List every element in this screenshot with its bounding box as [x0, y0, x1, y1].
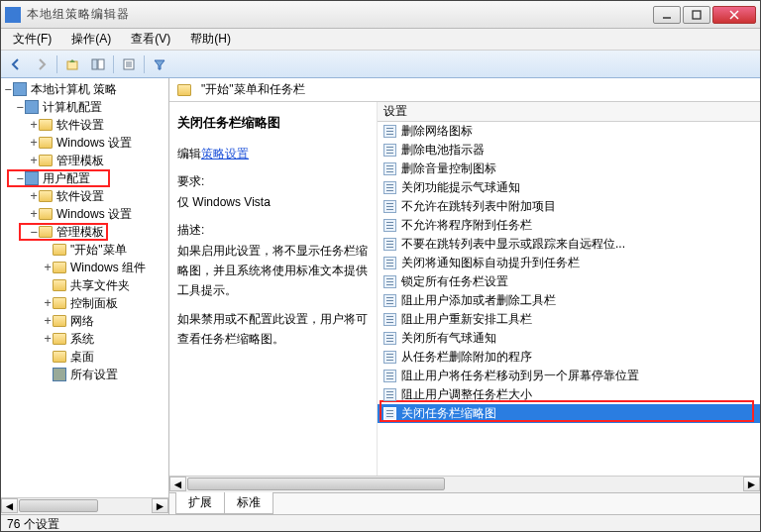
minimize-button[interactable] [653, 6, 681, 24]
scroll-left-button[interactable]: ◄ [169, 477, 186, 491]
separator [113, 55, 114, 73]
policy-icon [383, 332, 396, 345]
toolbar [1, 51, 760, 78]
up-button[interactable] [61, 53, 83, 75]
maximize-button[interactable] [683, 6, 710, 24]
tree-computer-config[interactable]: −计算机配置 [3, 98, 168, 116]
settings-list[interactable]: 删除网络图标删除电池指示器删除音量控制图标关闭功能提示气球通知不允许在跳转列表中… [378, 122, 760, 476]
tree-root[interactable]: −本地计算机 策略 [3, 80, 168, 98]
view-tabs: 扩展 标准 [169, 492, 760, 514]
policy-icon [383, 370, 396, 382]
selected-policy-title: 关闭任务栏缩略图 [177, 112, 369, 134]
policy-icon [383, 219, 396, 232]
window-title: 本地组策略编辑器 [27, 6, 653, 23]
edit-policy-link[interactable]: 策略设置 [201, 147, 249, 160]
policy-icon [383, 238, 396, 251]
list-item[interactable]: 不允许在跳转列表中附加项目 [378, 197, 760, 216]
scroll-right-button[interactable]: ► [743, 477, 760, 491]
content-header: "开始"菜单和任务栏 [169, 78, 760, 102]
separator [56, 55, 57, 73]
list-item[interactable]: 关闭所有气球通知 [378, 329, 760, 348]
scroll-thumb[interactable] [19, 499, 98, 512]
tree-item[interactable]: +Windows 组件 [3, 259, 168, 276]
list-item[interactable]: 不允许将程序附到任务栏 [378, 216, 760, 235]
svg-rect-6 [98, 59, 104, 69]
close-button[interactable] [712, 6, 756, 24]
tree-item[interactable]: +Windows 设置 [3, 134, 168, 152]
policy-icon [383, 257, 396, 269]
tree-item[interactable]: 共享文件夹 [3, 276, 168, 294]
list-item[interactable]: 不要在跳转列表中显示或跟踪来自远程位... [378, 235, 760, 254]
list-item[interactable]: 关闭功能提示气球通知 [378, 178, 760, 197]
list-item-label: 阻止用户将任务栏移动到另一个屏幕停靠位置 [401, 368, 639, 384]
list-item-label: 阻止用户调整任务栏大小 [401, 386, 532, 403]
list-item[interactable]: 阻止用户将任务栏移动到另一个屏幕停靠位置 [378, 367, 760, 385]
menu-help[interactable]: 帮助(H) [182, 29, 239, 50]
list-item-label: 删除音量控制图标 [401, 160, 496, 177]
scroll-thumb[interactable] [187, 478, 445, 490]
tree-user-config[interactable]: −用户配置 [3, 169, 168, 187]
show-hide-tree-button[interactable] [87, 53, 109, 75]
menu-file[interactable]: 文件(F) [5, 29, 59, 50]
list-item[interactable]: 从任务栏删除附加的程序 [378, 348, 760, 367]
policy-icon [383, 407, 396, 420]
list-item[interactable]: 删除音量控制图标 [378, 160, 760, 178]
tree-item[interactable]: +网络 [3, 312, 168, 330]
tree-item[interactable]: +控制面板 [3, 294, 168, 312]
column-header-setting[interactable]: 设置 [378, 102, 760, 122]
scroll-right-button[interactable]: ► [152, 498, 168, 513]
forward-button[interactable] [31, 53, 53, 75]
list-item-label: 关闭功能提示气球通知 [401, 179, 520, 196]
menu-bar: 文件(F) 操作(A) 查看(V) 帮助(H) [1, 29, 760, 51]
tree-pane[interactable]: −本地计算机 策略 −计算机配置 +软件设置 +Windows 设置 +管理模板… [1, 78, 169, 514]
tree-all-settings[interactable]: 所有设置 [3, 366, 168, 383]
back-button[interactable] [5, 53, 27, 75]
list-item[interactable]: 阻止用户重新安排工具栏 [378, 310, 760, 329]
policy-icon [383, 181, 396, 194]
list-item-label: 阻止用户添加或者删除工具栏 [401, 292, 556, 309]
properties-button[interactable] [118, 53, 140, 75]
list-item-label: 阻止用户重新安排工具栏 [401, 311, 532, 328]
filter-button[interactable] [149, 53, 170, 75]
policy-icon [383, 144, 396, 157]
menu-action[interactable]: 操作(A) [63, 29, 119, 50]
tab-standard[interactable]: 标准 [224, 492, 273, 514]
tree-item[interactable]: +系统 [3, 330, 168, 348]
list-item[interactable]: 删除网络图标 [378, 122, 760, 141]
svg-rect-4 [67, 61, 77, 69]
policy-icon [383, 351, 396, 364]
list-item[interactable]: 关闭任务栏缩略图 [378, 404, 760, 423]
tree-admin-templates[interactable]: −管理模板 [3, 223, 168, 241]
policy-icon [383, 200, 396, 213]
list-item-label: 不允许在跳转列表中附加项目 [401, 198, 556, 215]
description-pane: 关闭任务栏缩略图 编辑策略设置 要求:仅 Windows Vista 描述:如果… [169, 102, 378, 476]
list-item-label: 关闭所有气球通知 [401, 330, 496, 347]
status-bar: 76 个设置 [1, 514, 760, 532]
scroll-left-button[interactable]: ◄ [1, 498, 18, 513]
list-item[interactable]: 锁定所有任务栏设置 [378, 272, 760, 291]
list-item-label: 从任务栏删除附加的程序 [401, 349, 532, 366]
policy-icon [383, 313, 396, 326]
tree-item[interactable]: +管理模板 [3, 152, 168, 169]
list-item[interactable]: 关闭将通知图标自动提升到任务栏 [378, 254, 760, 272]
separator [144, 55, 145, 73]
tree-start-menu[interactable]: "开始"菜单 [3, 241, 168, 259]
tab-extended[interactable]: 扩展 [175, 492, 225, 514]
list-item-label: 关闭将通知图标自动提升到任务栏 [401, 255, 580, 271]
tree-item[interactable]: +Windows 设置 [3, 205, 168, 223]
list-item-label: 关闭任务栏缩略图 [401, 405, 496, 422]
list-item[interactable]: 阻止用户调整任务栏大小 [378, 385, 760, 404]
list-item[interactable]: 阻止用户添加或者删除工具栏 [378, 291, 760, 310]
tree-item[interactable]: +软件设置 [3, 187, 168, 205]
tree-item[interactable]: +软件设置 [3, 116, 168, 134]
list-item-label: 不要在跳转列表中显示或跟踪来自远程位... [401, 236, 625, 253]
menu-view[interactable]: 查看(V) [123, 29, 178, 50]
content-title: "开始"菜单和任务栏 [201, 81, 305, 98]
policy-icon [383, 388, 396, 401]
app-icon [5, 7, 21, 23]
policy-icon [383, 125, 396, 138]
tree-item[interactable]: 桌面 [3, 348, 168, 366]
policy-icon [383, 162, 396, 175]
svg-rect-1 [693, 11, 701, 19]
list-item[interactable]: 删除电池指示器 [378, 141, 760, 160]
